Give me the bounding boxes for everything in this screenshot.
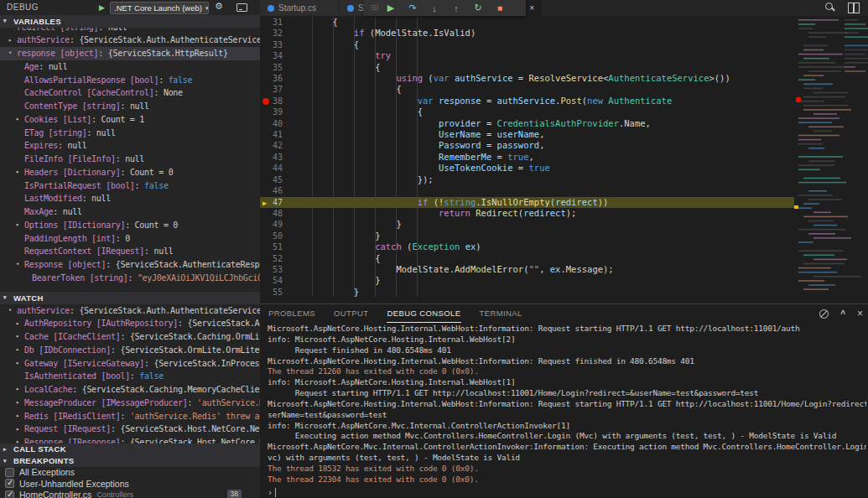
- chevron-down-icon[interactable]: ▾: [16, 258, 24, 272]
- callstack-section-header[interactable]: ▸ CALL STACK: [0, 444, 260, 455]
- find-icon[interactable]: [824, 3, 836, 13]
- variable-row[interactable]: IsPartialRequest [bool]: false: [0, 179, 260, 193]
- code-line[interactable]: 39 {: [260, 106, 794, 117]
- variable-row[interactable]: PaddingLength [int]: 0: [0, 232, 260, 246]
- code-line[interactable]: 48 return Redirect(redirect);: [260, 208, 794, 219]
- code-line[interactable]: 47▶ if (!string.IsNullOrEmpty(redirect)): [260, 197, 794, 208]
- code-line[interactable]: 50 }: [260, 231, 794, 241]
- panel-tab-output[interactable]: OUTPUT: [334, 304, 368, 323]
- code-line[interactable]: 36 using (var authService = ResolveServi…: [260, 73, 794, 84]
- variable-row[interactable]: MaxAge: null: [0, 205, 260, 219]
- variable-row[interactable]: BearerToken [string]: "eyJ0eXAiOiJKV1QiL…: [0, 272, 260, 285]
- variable-row[interactable]: ▸authService: {ServiceStack.Auth.Authent…: [0, 34, 260, 47]
- breakpoint-checkbox[interactable]: [5, 490, 14, 498]
- code-line[interactable]: 55 }: [260, 287, 794, 298]
- code-line[interactable]: 43 RememberMe = true,: [260, 152, 794, 163]
- code-line[interactable]: 31 {: [260, 17, 794, 28]
- tab-Startupcs[interactable]: Startup.cs: [260, 0, 340, 16]
- code-line[interactable]: 44 UseTokenCookie = true: [260, 163, 794, 174]
- breakpoint-checkbox[interactable]: [5, 468, 14, 477]
- code-line[interactable]: 37 {: [260, 84, 794, 95]
- stop-button[interactable]: ■: [489, 3, 511, 13]
- code-line[interactable]: 42 Password = password,: [260, 140, 794, 151]
- code-line[interactable]: 33 {: [260, 39, 794, 50]
- debug-console-output[interactable]: Microsoft.AspNetCore.Hosting.Internal.We…: [260, 324, 866, 486]
- chevron-right-icon[interactable]: ▸: [16, 357, 24, 371]
- code-line[interactable]: 32 if (ModelState.IsValid): [260, 28, 794, 39]
- start-debug-icon[interactable]: ▶: [99, 3, 105, 12]
- debug-console-input[interactable]: ›: [260, 486, 868, 498]
- watch-row[interactable]: ▾authService: {ServiceStack.Auth.Authent…: [0, 304, 260, 318]
- variable-row[interactable]: RequestContext [IRequest]: null: [0, 245, 260, 258]
- variable-row[interactable]: AllowsPartialResponse [bool]: false: [0, 74, 260, 87]
- code-line[interactable]: 52 {: [260, 253, 794, 264]
- breakpoint-row[interactable]: HomeController.csControllers38: [0, 489, 260, 498]
- variable-row[interactable]: ▸Headers [Dictionary]: Count = 0: [0, 166, 260, 179]
- watch-row[interactable]: IsAuthenticated [bool]: false: [0, 370, 260, 383]
- variable-row[interactable]: FileInfo [FileInfo]: null: [0, 153, 260, 166]
- code-line[interactable]: 46: [260, 185, 794, 196]
- step-out-button[interactable]: ↑: [445, 3, 467, 13]
- watch-row[interactable]: ▸AuthRepository [IAuthRepository]: {Serv…: [0, 317, 260, 330]
- chevron-right-icon[interactable]: ▸: [8, 34, 17, 48]
- chevron-right-icon[interactable]: ▸: [16, 166, 24, 179]
- code-line[interactable]: 45 });: [260, 174, 794, 185]
- breakpoint-row[interactable]: All Exceptions: [0, 467, 260, 478]
- split-editor-icon[interactable]: [848, 3, 860, 13]
- panel-tab-debug-console[interactable]: DEBUG CONSOLE: [387, 304, 460, 323]
- close-icon[interactable]: ×: [529, 3, 534, 13]
- variable-row[interactable]: ContentType [string]: null: [0, 100, 260, 113]
- chevron-right-icon[interactable]: ▸: [16, 423, 24, 437]
- chevron-right-icon[interactable]: ▸: [16, 344, 24, 357]
- variable-row[interactable]: ▾Response [object]: {ServiceStack.Authen…: [0, 258, 260, 272]
- breakpoint-icon[interactable]: [262, 98, 269, 105]
- chevron-right-icon[interactable]: ▸: [16, 113, 24, 127]
- panel-tab-problems[interactable]: PROBLEMS: [268, 304, 315, 323]
- chevron-down-icon[interactable]: ▾: [8, 304, 17, 318]
- variables-section-header[interactable]: ▾ VARIABLES: [0, 15, 260, 28]
- variable-row[interactable]: ▸Cookies [List]: Count = 1: [0, 113, 260, 127]
- chevron-right-icon[interactable]: ▸: [16, 383, 24, 397]
- continue-button[interactable]: ▶: [380, 3, 402, 13]
- variable-row[interactable]: Age: null: [0, 60, 260, 74]
- variable-row[interactable]: CacheControl [CacheControl]: None: [0, 86, 260, 100]
- step-into-button[interactable]: ↓: [424, 3, 445, 13]
- variable-row[interactable]: Expires: null: [0, 139, 260, 153]
- code-line[interactable]: 41 UserName = userName,: [260, 129, 794, 140]
- code-line[interactable]: 34 try: [260, 50, 794, 61]
- step-over-button[interactable]: ↷: [402, 3, 424, 13]
- chevron-right-icon[interactable]: ▸: [16, 318, 24, 331]
- code-line[interactable]: 49 }: [260, 219, 794, 230]
- close-panel-icon[interactable]: ×: [857, 308, 863, 319]
- chevron-up-icon[interactable]: ^: [840, 309, 845, 319]
- chevron-down-icon[interactable]: ▾: [8, 47, 17, 60]
- code-line[interactable]: 35 {: [260, 62, 794, 73]
- variable-row[interactable]: ▾response [object]: {ServiceStack.HttpRe…: [0, 47, 260, 60]
- launch-config-dropdown[interactable]: .NET Core Launch (web) ▾: [110, 2, 209, 14]
- watch-row[interactable]: ▸Redis [IRedisClient]: 'authService.Redi…: [0, 410, 260, 423]
- code-line[interactable]: 53 ModelState.AddModelError("", ex.Messa…: [260, 264, 794, 275]
- watch-row[interactable]: ▸Response [IResponse]: {ServiceStack.Hos…: [0, 436, 260, 444]
- variable-row[interactable]: redirect [string]: null: [0, 28, 260, 34]
- variable-row[interactable]: ETag [string]: null: [0, 127, 260, 140]
- variable-row[interactable]: LastModified: null: [0, 192, 260, 205]
- restart-button[interactable]: ↻: [467, 3, 489, 13]
- chevron-right-icon[interactable]: ▸: [16, 436, 24, 443]
- panel-tab-terminal[interactable]: TERMINAL: [480, 304, 522, 323]
- variable-row[interactable]: ▸Options [IDictionary]: Count = 0: [0, 219, 260, 232]
- gear-icon[interactable]: ⚙: [215, 1, 223, 12]
- breakpoint-row[interactable]: User-Unhandled Exceptions: [0, 478, 260, 489]
- chevron-right-icon[interactable]: ▸: [16, 219, 24, 232]
- code-line[interactable]: 38 var response = authService.Post(new A…: [260, 96, 794, 106]
- drag-handle-icon[interactable]: ⠿⠿: [368, 4, 380, 13]
- code-view[interactable]: 31 {32 if (ModelState.IsValid)33 {34 try…: [260, 17, 794, 303]
- watch-row[interactable]: ▸MessageProducer [IMessageProducer]: 'au…: [0, 397, 260, 410]
- watch-row[interactable]: ▸Cache [ICacheClient]: {ServiceStack.Cac…: [0, 330, 260, 344]
- chevron-right-icon[interactable]: ▸: [16, 410, 24, 423]
- debug-console-icon[interactable]: [236, 3, 247, 12]
- code-line[interactable]: 54 }: [260, 275, 794, 286]
- code-line[interactable]: 51 catch (Exception ex): [260, 241, 794, 252]
- watch-row[interactable]: ▸Request [IRequest]: {ServiceStack.Host.…: [0, 423, 260, 436]
- watch-row[interactable]: ▸Db [IDbConnection]: {ServiceStack.OrmLi…: [0, 344, 260, 357]
- chevron-right-icon[interactable]: ▸: [16, 330, 24, 344]
